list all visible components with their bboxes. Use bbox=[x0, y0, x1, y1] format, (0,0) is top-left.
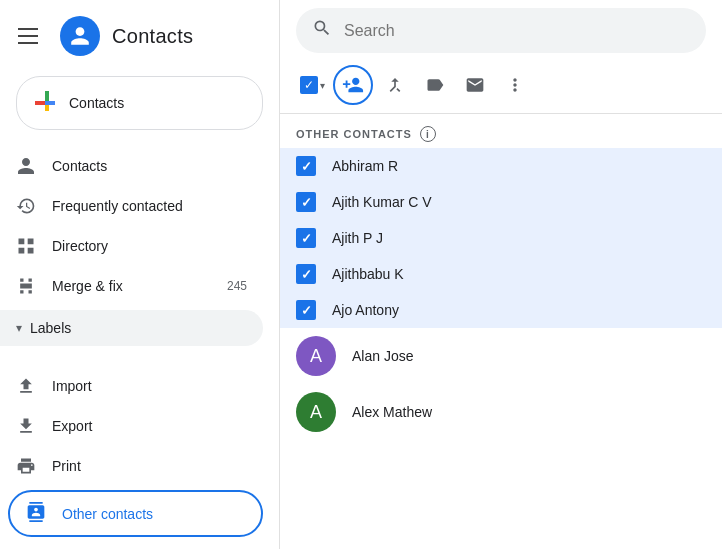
app-title: Contacts bbox=[112, 25, 193, 48]
contact-name: Ajith Kumar C V bbox=[332, 194, 432, 210]
email-icon bbox=[465, 75, 485, 95]
contacts-book-icon bbox=[26, 502, 46, 525]
contact-name: Ajith P J bbox=[332, 230, 383, 246]
search-bar bbox=[296, 8, 706, 53]
contact-row[interactable]: Ajith Kumar C V bbox=[280, 184, 722, 220]
contact-checkbox[interactable] bbox=[296, 228, 316, 248]
history-icon bbox=[16, 196, 36, 216]
sidebar-item-import[interactable]: Import bbox=[0, 366, 263, 406]
main-content: ✓ ▾ bbox=[280, 0, 722, 549]
sidebar-item-print[interactable]: Print bbox=[0, 446, 263, 486]
sidebar: Contacts Contacts Contacts Frequently co… bbox=[0, 0, 280, 549]
toolbar: ✓ ▾ bbox=[280, 61, 722, 114]
sidebar-header: Contacts bbox=[0, 8, 279, 72]
grid-icon bbox=[16, 236, 36, 256]
merge-icon bbox=[385, 75, 405, 95]
select-checkbox: ✓ bbox=[300, 76, 318, 94]
sidebar-item-export[interactable]: Export bbox=[0, 406, 263, 446]
contact-row[interactable]: Ajo Antony bbox=[280, 292, 722, 328]
merge-fix-badge: 245 bbox=[227, 279, 247, 293]
sidebar-footer: Import Export Print bbox=[0, 366, 279, 549]
add-person-icon bbox=[342, 74, 364, 96]
svg-rect-1 bbox=[45, 91, 49, 101]
upload-icon bbox=[16, 376, 36, 396]
sidebar-item-contacts[interactable]: Contacts bbox=[0, 146, 263, 186]
contact-row[interactable]: A Alan Jose bbox=[280, 328, 722, 384]
contact-checkbox[interactable] bbox=[296, 192, 316, 212]
contacts-label: Contacts bbox=[52, 158, 107, 174]
plus-icon bbox=[35, 91, 59, 115]
hamburger-menu[interactable] bbox=[8, 16, 48, 56]
avatar: A bbox=[296, 336, 336, 376]
app-logo bbox=[60, 16, 100, 56]
contact-checkbox[interactable] bbox=[296, 156, 316, 176]
section-header: OTHER CONTACTS i bbox=[280, 114, 722, 148]
contact-row[interactable]: A Alex Mathew bbox=[280, 384, 722, 440]
label-icon bbox=[425, 75, 445, 95]
add-contact-button[interactable] bbox=[333, 65, 373, 105]
contact-name: Ajo Antony bbox=[332, 302, 399, 318]
select-all-button[interactable]: ✓ ▾ bbox=[296, 67, 329, 103]
sidebar-item-directory[interactable]: Directory bbox=[0, 226, 263, 266]
contact-checkbox[interactable] bbox=[296, 264, 316, 284]
section-title: OTHER CONTACTS bbox=[296, 128, 412, 140]
contact-name: Alan Jose bbox=[352, 348, 413, 364]
export-label: Export bbox=[52, 418, 92, 434]
directory-label: Directory bbox=[52, 238, 108, 254]
avatar: A bbox=[296, 392, 336, 432]
more-options-button[interactable] bbox=[497, 67, 533, 103]
merge-icon bbox=[16, 276, 36, 296]
contact-checkbox[interactable] bbox=[296, 300, 316, 320]
svg-rect-3 bbox=[45, 101, 55, 105]
merge-button[interactable] bbox=[377, 67, 413, 103]
contact-name: Abhiram R bbox=[332, 158, 398, 174]
contact-row[interactable]: Ajithbabu K bbox=[280, 256, 722, 292]
create-contact-label: Contacts bbox=[69, 95, 124, 111]
frequently-contacted-label: Frequently contacted bbox=[52, 198, 183, 214]
download-icon bbox=[16, 416, 36, 436]
search-input[interactable] bbox=[344, 22, 690, 40]
svg-rect-0 bbox=[35, 101, 45, 105]
sidebar-item-frequently-contacted[interactable]: Frequently contacted bbox=[0, 186, 263, 226]
select-dropdown-arrow: ▾ bbox=[320, 80, 325, 91]
sidebar-item-merge-fix[interactable]: Merge & fix 245 bbox=[0, 266, 263, 306]
create-contact-button[interactable]: Contacts bbox=[16, 76, 263, 130]
labels-section[interactable]: ▾ Labels bbox=[0, 310, 263, 346]
merge-fix-label: Merge & fix bbox=[52, 278, 123, 294]
chevron-down-icon: ▾ bbox=[16, 321, 22, 335]
search-icon bbox=[312, 18, 332, 43]
label-button[interactable] bbox=[417, 67, 453, 103]
print-icon bbox=[16, 456, 36, 476]
info-icon[interactable]: i bbox=[420, 126, 436, 142]
contact-row[interactable]: Abhiram R bbox=[280, 148, 722, 184]
email-button[interactable] bbox=[457, 67, 493, 103]
print-label: Print bbox=[52, 458, 81, 474]
contact-name: Alex Mathew bbox=[352, 404, 432, 420]
labels-label: Labels bbox=[30, 320, 71, 336]
more-icon bbox=[505, 75, 525, 95]
person-icon bbox=[16, 156, 36, 176]
contact-list: Abhiram R Ajith Kumar C V Ajith P J Ajit… bbox=[280, 148, 722, 549]
other-contacts-label: Other contacts bbox=[62, 506, 153, 522]
sidebar-item-other-contacts[interactable]: Other contacts bbox=[8, 490, 263, 537]
contact-name: Ajithbabu K bbox=[332, 266, 404, 282]
contact-row[interactable]: Ajith P J bbox=[280, 220, 722, 256]
import-label: Import bbox=[52, 378, 92, 394]
